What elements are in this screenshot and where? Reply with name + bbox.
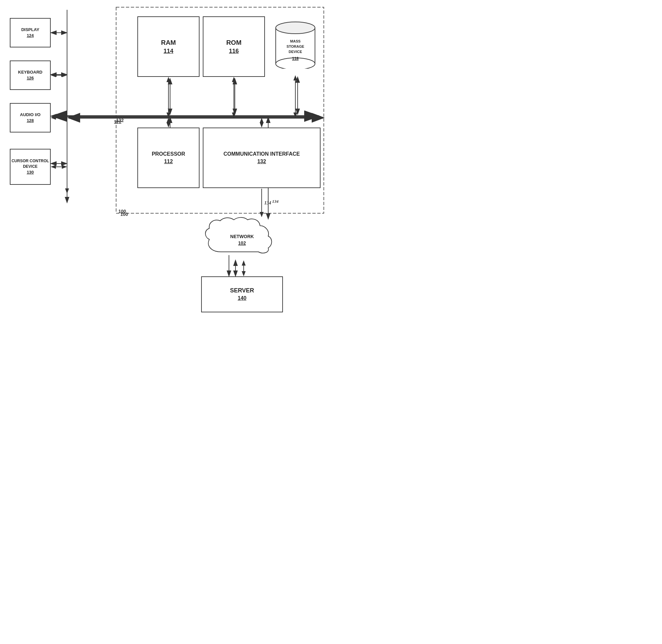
audio-io-box: AUDIO I/O 128 (10, 103, 51, 133)
keyboard-num: 126 (27, 75, 34, 81)
comm-interface-label: COMMUNICATION INTERFACE (223, 151, 300, 158)
svg-text:STORAGE: STORAGE (286, 45, 304, 48)
computer-label: 100 (118, 209, 126, 214)
audio-io-num: 128 (27, 118, 34, 124)
cursor-num: 130 (27, 169, 34, 175)
comm-interface-box: COMMUNICATION INTERFACE 132 (203, 128, 321, 188)
keyboard-label: KEYBOARD (18, 69, 42, 75)
comm-interface-num: 132 (257, 158, 266, 165)
svg-text:DEVICE: DEVICE (289, 50, 302, 54)
rom-label: ROM (226, 38, 242, 47)
svg-text:102: 102 (238, 240, 246, 246)
cursor-control-box: CURSOR CONTROL DEVICE 130 (10, 149, 51, 185)
link-label: 134 (272, 199, 279, 204)
network-cloud: NETWORK 102 (201, 216, 283, 262)
ram-label: RAM (161, 38, 176, 47)
svg-text:MASS: MASS (290, 39, 301, 43)
processor-box: PROCESSOR 112 (137, 128, 200, 188)
svg-text:118: 118 (292, 56, 298, 61)
processor-label: PROCESSOR (152, 151, 185, 158)
svg-point-21 (276, 22, 315, 34)
display-label: DISPLAY (21, 27, 39, 33)
ram-box: RAM 114 (137, 16, 200, 77)
display-num: 124 (27, 33, 34, 39)
ram-num: 114 (163, 47, 173, 55)
cursor-label: CURSOR CONTROL DEVICE (10, 158, 50, 169)
server-num: 140 (238, 295, 247, 302)
display-box: DISPLAY 124 (10, 18, 51, 47)
keyboard-box: KEYBOARD 126 (10, 61, 51, 90)
audio-io-label: AUDIO I/O (20, 112, 41, 118)
bus-label: 122 (116, 118, 123, 123)
rom-num: 116 (229, 47, 239, 55)
svg-text:134: 134 (264, 201, 271, 205)
rom-box: ROM 116 (203, 16, 265, 77)
server-label: SERVER (230, 286, 254, 295)
processor-num: 112 (164, 158, 173, 165)
mass-storage-box: MASS STORAGE DEVICE 118 (268, 10, 322, 75)
server-box: SERVER 140 (201, 276, 283, 312)
architecture-diagram: DISPLAY 124 KEYBOARD 126 AUDIO I/O 128 C… (0, 0, 331, 322)
svg-text:NETWORK: NETWORK (230, 234, 254, 239)
